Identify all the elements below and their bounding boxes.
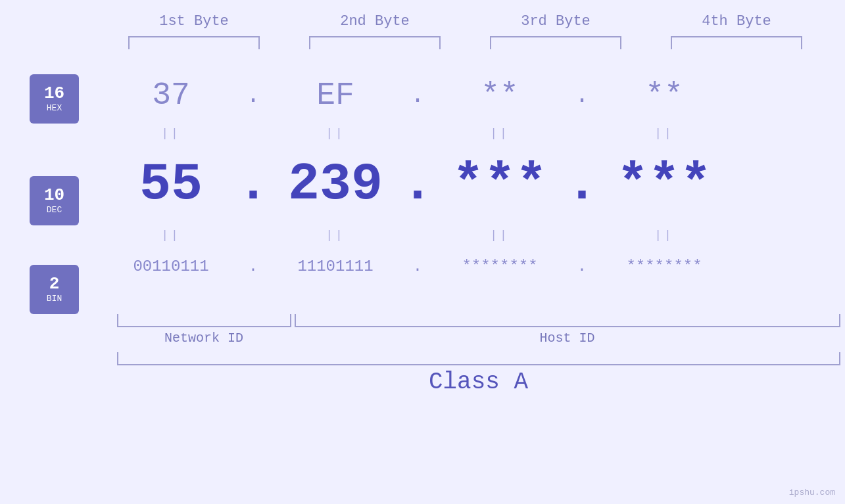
byte4-label: 4th Byte — [664, 13, 809, 30]
bin-sep3: . — [566, 258, 598, 275]
hex-badge: 16 HEX — [30, 74, 79, 124]
dpipe-dec-bin: || || || || — [79, 223, 802, 246]
dec-sep1: . — [237, 154, 270, 214]
class-bracket — [117, 352, 840, 365]
bottom-section: Network ID Host ID — [117, 314, 840, 346]
hex-sep2: . — [401, 82, 434, 109]
dp7: || — [434, 229, 566, 242]
bin-byte4: ******** — [598, 258, 730, 275]
dec-byte1: 55 — [105, 154, 237, 214]
bin-row: 00110111 . 11101111 . ******** . *******… — [79, 246, 802, 286]
dp1: || — [105, 127, 237, 140]
bracket-byte4 — [671, 36, 802, 49]
dp8: || — [598, 229, 730, 242]
bin-badge: 2 BIN — [30, 265, 79, 314]
byte2-label: 2nd Byte — [302, 13, 447, 30]
dec-sep3: . — [566, 154, 598, 214]
network-bracket — [117, 314, 291, 327]
byte3-label: 3rd Byte — [483, 13, 628, 30]
dec-badge: 10 DEC — [30, 176, 79, 225]
byte-headers: 1st Byte 2nd Byte 3rd Byte 4th Byte — [104, 13, 827, 30]
top-brackets — [104, 36, 827, 49]
hex-row: 37 . EF . ** . ** — [79, 69, 802, 122]
hex-sep1: . — [237, 82, 270, 109]
dec-badge-num: 10 — [44, 186, 64, 205]
hex-byte4: ** — [598, 78, 730, 113]
main-container: 1st Byte 2nd Byte 3rd Byte 4th Byte 16 H… — [0, 0, 845, 504]
bin-badge-label: BIN — [47, 294, 62, 304]
dec-byte3: *** — [434, 154, 566, 214]
dec-sep2: . — [401, 154, 434, 214]
hex-badge-num: 16 — [44, 84, 64, 103]
data-rows: 37 . EF . ** . ** || || — [79, 69, 845, 309]
dp4: || — [598, 127, 730, 140]
bracket-byte2 — [309, 36, 441, 49]
dec-row: 55 . 239 . *** . *** — [79, 145, 802, 223]
class-section: Class A — [117, 352, 840, 396]
rows-wrapper: 16 HEX 10 DEC 2 BIN — [0, 69, 845, 309]
dp5: || — [105, 229, 237, 242]
hex-sep3: . — [566, 82, 598, 109]
bracket-byte3 — [490, 36, 621, 49]
bin-byte1: 00110111 — [105, 258, 237, 275]
hex-byte2: EF — [270, 78, 401, 113]
byte1-label: 1st Byte — [122, 13, 266, 30]
bin-sep2: . — [401, 258, 434, 275]
bin-sep1: . — [237, 258, 270, 275]
badges-column: 16 HEX 10 DEC 2 BIN — [0, 69, 79, 309]
host-bracket — [295, 314, 840, 327]
hex-byte1: 37 — [105, 78, 237, 113]
hex-byte3: ** — [434, 78, 566, 113]
network-id-label: Network ID — [117, 331, 291, 346]
dp3: || — [434, 127, 566, 140]
class-label: Class A — [117, 369, 840, 396]
dec-badge-label: DEC — [47, 205, 62, 215]
bottom-brackets — [117, 314, 840, 327]
host-id-label: Host ID — [295, 331, 840, 346]
dp6: || — [270, 229, 401, 242]
bracket-byte1 — [128, 36, 260, 49]
dpipe-hex-dec: || || || || — [79, 122, 802, 145]
watermark: ipshu.com — [789, 488, 835, 497]
dec-byte4: *** — [598, 154, 730, 214]
hex-badge-label: HEX — [47, 103, 62, 113]
bin-byte3: ******** — [434, 258, 566, 275]
bottom-labels: Network ID Host ID — [117, 331, 840, 346]
bin-badge-num: 2 — [49, 275, 60, 294]
bin-byte2: 11101111 — [270, 258, 401, 275]
dp2: || — [270, 127, 401, 140]
dec-byte2: 239 — [270, 154, 401, 214]
